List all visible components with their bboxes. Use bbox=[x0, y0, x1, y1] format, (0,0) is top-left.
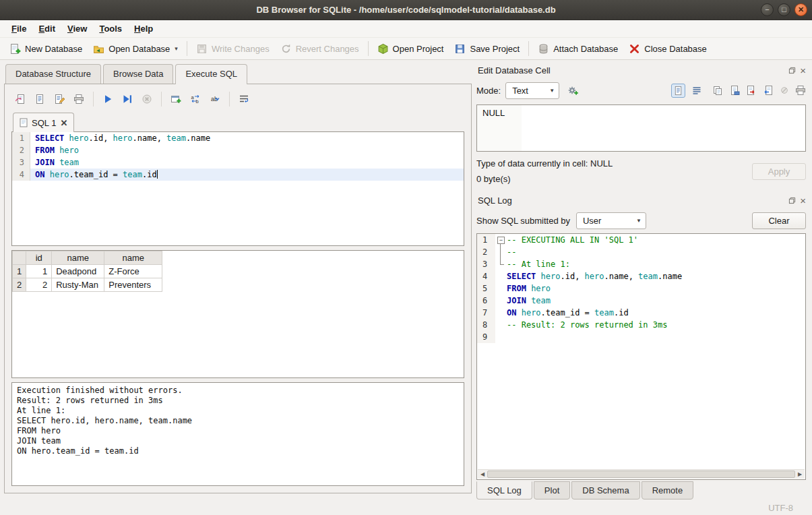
stop-execution-icon bbox=[138, 91, 156, 107]
fold-column bbox=[495, 331, 507, 343]
edit-cell-title: Edit Database Cell bbox=[476, 65, 788, 75]
table-cell[interactable]: 2 bbox=[26, 278, 52, 292]
scroll-left-icon[interactable]: ◀ bbox=[478, 471, 487, 477]
sql-editor[interactable]: 1SELECT hero.id, hero.name, team.name2FR… bbox=[11, 131, 464, 246]
text-mode-icon[interactable] bbox=[671, 84, 685, 98]
attach-database-button[interactable]: Attach Database bbox=[532, 40, 623, 57]
tab-browse-data[interactable]: Browse Data bbox=[103, 64, 173, 84]
sql-tab-close-icon[interactable]: ✕ bbox=[60, 119, 67, 127]
results-column-header[interactable]: name bbox=[104, 251, 162, 265]
settings-icon[interactable] bbox=[564, 82, 582, 98]
close-dock-icon[interactable]: × bbox=[800, 195, 806, 206]
submitted-by-combobox[interactable]: User ▼ bbox=[576, 212, 646, 229]
open-database-dropdown-icon[interactable]: ▾ bbox=[175, 45, 178, 52]
horizontal-scrollbar[interactable]: ◀ ▶ bbox=[478, 469, 805, 479]
tab-remote[interactable]: Remote bbox=[642, 481, 694, 499]
open-project-button[interactable]: Open Project bbox=[372, 40, 449, 57]
revert-changes-icon bbox=[280, 43, 292, 55]
tab-plot[interactable]: Plot bbox=[534, 481, 570, 499]
statusbar: UTF-8 bbox=[0, 499, 812, 515]
sql-file-icon bbox=[20, 118, 28, 127]
line-number: 1 bbox=[477, 234, 495, 246]
table-cell[interactable]: Preventers bbox=[104, 278, 162, 292]
import-file-icon[interactable] bbox=[763, 85, 774, 96]
tab-db-schema[interactable]: DB Schema bbox=[571, 481, 639, 499]
clear-button[interactable]: Clear bbox=[752, 212, 806, 229]
code-line: 2FROM hero bbox=[12, 144, 464, 156]
table-cell[interactable]: Z-Force bbox=[104, 265, 162, 278]
scrollbar-thumb[interactable] bbox=[487, 471, 795, 478]
save-icon[interactable] bbox=[729, 85, 740, 96]
find-replace-icon[interactable]: ab bbox=[187, 91, 204, 107]
results-table: id name name 11DeadpondZ-Force22Rusty-Ma… bbox=[12, 251, 162, 292]
open-project-icon bbox=[377, 43, 389, 55]
execution-message: Execution finished without errors. Resul… bbox=[11, 382, 464, 486]
encoding-indicator[interactable]: UTF-8 bbox=[768, 503, 793, 513]
autocomplete-icon[interactable]: ab bbox=[206, 91, 224, 107]
tab-database-structure[interactable]: Database Structure bbox=[5, 64, 101, 84]
toolbar-separator bbox=[93, 92, 94, 107]
open-database-button[interactable]: Open Database ▾ bbox=[88, 40, 183, 57]
maximize-button[interactable]: □ bbox=[778, 3, 790, 16]
print-icon[interactable] bbox=[70, 91, 88, 107]
save-project-button[interactable]: Save Project bbox=[449, 40, 525, 57]
menu-help[interactable]: Help bbox=[128, 22, 159, 36]
tab-sql-log[interactable]: SQL Log bbox=[476, 481, 532, 499]
cell-info-row: Type of data currently in cell: NULL 0 b… bbox=[476, 158, 806, 184]
results-corner-cell bbox=[13, 251, 26, 265]
row-header[interactable]: 2 bbox=[13, 278, 26, 292]
fold-column bbox=[495, 307, 507, 319]
code-line: 1-- EXECUTING ALL IN 'SQL 1' bbox=[477, 234, 805, 246]
left-pane: Database Structure Browse Data Execute S… bbox=[0, 60, 473, 499]
save-sql-file-as-icon[interactable] bbox=[51, 91, 68, 107]
filter-label: Show SQL submitted by bbox=[476, 216, 570, 226]
right-pane: Edit Database Cell × Mode: Text ▼ bbox=[473, 60, 812, 499]
table-cell[interactable]: 1 bbox=[26, 265, 52, 278]
sql-file-tab-bar: SQL 1 ✕ bbox=[11, 113, 464, 131]
save-sql-file-icon[interactable] bbox=[31, 91, 49, 107]
results-column-header[interactable]: name bbox=[52, 251, 104, 265]
code-line: 5FROM hero bbox=[477, 282, 805, 295]
copy-icon[interactable] bbox=[712, 85, 723, 96]
line-number: 2 bbox=[477, 246, 495, 258]
word-wrap-toggle-icon[interactable] bbox=[691, 85, 702, 96]
cell-editor[interactable]: NULL bbox=[476, 104, 806, 152]
menu-tools[interactable]: Tools bbox=[93, 22, 128, 36]
edit-cell-icon-group bbox=[671, 84, 806, 98]
new-database-button[interactable]: New Database bbox=[4, 40, 88, 57]
cell-size-info: 0 byte(s) bbox=[476, 174, 752, 184]
execute-current-line-icon[interactable] bbox=[119, 91, 136, 107]
execute-sql-panel: ab ab SQL 1 ✕ 1SELECT hero.id, hero.name… bbox=[4, 84, 472, 493]
export-file-icon[interactable] bbox=[746, 85, 757, 96]
menu-edit[interactable]: Edit bbox=[32, 22, 61, 36]
line-number: 7 bbox=[477, 307, 495, 319]
minimize-button[interactable]: − bbox=[761, 3, 774, 16]
execute-all-icon[interactable] bbox=[99, 91, 117, 107]
float-dock-icon[interactable] bbox=[788, 67, 796, 74]
table-cell[interactable]: Deadpond bbox=[52, 265, 104, 278]
table-cell[interactable]: Rusty-Man bbox=[52, 278, 104, 292]
mode-combobox[interactable]: Text ▼ bbox=[505, 82, 559, 99]
results-column-header[interactable]: id bbox=[26, 251, 52, 265]
row-header[interactable]: 1 bbox=[13, 265, 26, 278]
close-button[interactable]: ✕ bbox=[794, 3, 807, 16]
tab-execute-sql[interactable]: Execute SQL bbox=[175, 64, 247, 84]
new-tab-icon[interactable] bbox=[167, 91, 185, 107]
menu-file[interactable]: File bbox=[5, 22, 32, 36]
line-number: 1 bbox=[12, 132, 30, 144]
fold-marker-icon[interactable] bbox=[495, 234, 507, 246]
code-line: 7ON hero.team_id = team.id bbox=[477, 307, 805, 319]
sql-file-tab[interactable]: SQL 1 ✕ bbox=[13, 113, 74, 132]
scroll-right-icon[interactable]: ▶ bbox=[795, 471, 805, 477]
word-wrap-icon[interactable] bbox=[235, 91, 253, 107]
float-dock-icon[interactable] bbox=[788, 197, 796, 204]
close-database-button[interactable]: Close Database bbox=[623, 40, 712, 57]
print-cell-icon[interactable] bbox=[795, 85, 806, 96]
close-dock-icon[interactable]: × bbox=[800, 65, 806, 75]
edit-cell-dock-header: Edit Database Cell × bbox=[476, 63, 806, 78]
menu-view[interactable]: View bbox=[61, 22, 93, 36]
workspace: Database Structure Browse Data Execute S… bbox=[0, 60, 812, 499]
sql-log-view[interactable]: 1-- EXECUTING ALL IN 'SQL 1'2--3-- At li… bbox=[476, 233, 806, 480]
open-sql-file-icon[interactable] bbox=[11, 91, 29, 107]
fold-column bbox=[495, 270, 507, 282]
